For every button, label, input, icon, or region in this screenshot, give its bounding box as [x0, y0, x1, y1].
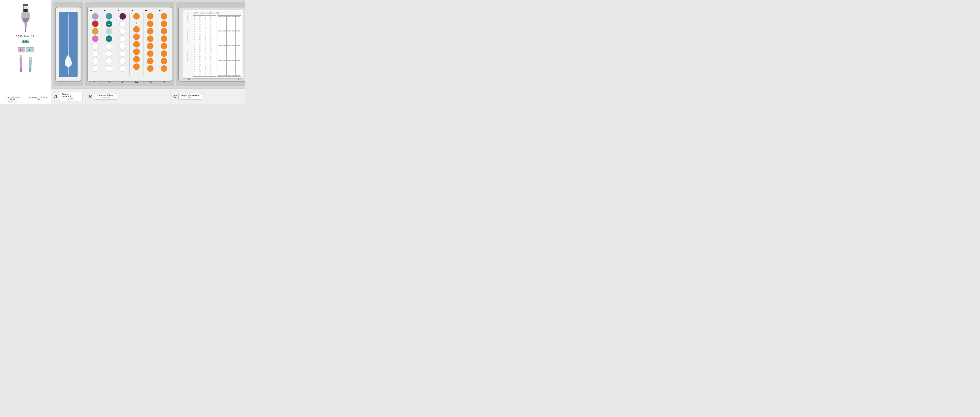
tube-column-b5: B5: [145, 9, 156, 79]
well-b6-3: [161, 28, 167, 35]
zone-c-volume: 25 µl: [188, 96, 192, 99]
well-b6-4: [161, 35, 167, 42]
jess-inner: for(let i=0;i<96;i++) document.write('<d…: [183, 10, 243, 79]
well-b3-2: [119, 21, 126, 27]
jess-label-c2: C2: [238, 78, 240, 80]
col-label-b3: B3: [121, 81, 124, 83]
tips-illustration: [19, 55, 33, 72]
jess-dot-16: [187, 43, 188, 45]
chip-icon: [21, 39, 30, 45]
svg-rect-10: [23, 40, 24, 43]
bottom-bar: A Source - Reservoir 25 ml B Source - Tu…: [51, 89, 245, 104]
zone-a-volume: 25 ml: [68, 98, 73, 100]
zone-b-letter: B: [88, 94, 92, 99]
well-b6-8: [161, 65, 167, 72]
tube-column-b3: B3: [117, 9, 129, 79]
zone-c-letter: C: [173, 94, 177, 99]
tube-column-b1: B1: [89, 9, 101, 79]
col-label-b4: B4: [135, 81, 138, 83]
well-b4-6: [133, 48, 140, 55]
jess-dot-9: [187, 29, 188, 30]
zone-b-label: B Source - Tubes 2000 µl: [86, 89, 170, 104]
tip-boxes: 1A 2: [18, 47, 33, 53]
well-b6-5: [161, 43, 167, 49]
jess-dot-23: [187, 58, 188, 60]
tube-dot-b2: [104, 10, 105, 11]
zone-c: for(let i=0;i<96;i++) document.write('<d…: [176, 2, 245, 86]
reservoir-card: [56, 7, 81, 81]
tip-box-2: 2: [26, 47, 33, 53]
well-b5-4: [147, 35, 153, 42]
well-b1-4: [92, 35, 99, 42]
jess-dot-10: [187, 31, 188, 33]
well-b1-6: [92, 50, 99, 57]
tip-label-right: 300 µl GRIPTIPS®, Sterile, Filter: [29, 96, 48, 102]
well-b1-1: [92, 13, 99, 19]
col-label-b6: B6: [162, 81, 165, 83]
tube-column-b4: ↓ B4: [130, 9, 142, 79]
well-b5-2: [147, 21, 153, 27]
svg-rect-13: [19, 55, 22, 57]
well-b5-1: [147, 13, 153, 19]
svg-rect-5: [22, 18, 29, 21]
well-b3-5: [119, 43, 126, 49]
well-b4-8: [133, 64, 140, 70]
well-b3-3: [119, 28, 126, 35]
well-b2-1: 1: [106, 13, 112, 19]
tubes-container: B1 1 1 2 2 B2: [87, 7, 172, 81]
well-b1-5: [92, 43, 99, 49]
well-b3-6: [119, 50, 126, 57]
svg-rect-6: [23, 21, 28, 22]
pipette-area: D-ONE - 300µl - 1CH 1A 2: [0, 0, 51, 72]
well-b6-2: [161, 21, 167, 27]
tube-dot-b3: [118, 10, 119, 11]
svg-marker-14: [19, 57, 22, 68]
well-b5-3: [147, 28, 153, 35]
well-b3-8: [119, 65, 126, 72]
well-b4-3: [133, 26, 140, 33]
jess-dot-5: [187, 21, 188, 22]
well-b6-1: [161, 13, 167, 19]
svg-rect-1: [24, 6, 28, 9]
pipette-label: D-ONE - 300µl - 1CH: [16, 35, 35, 37]
col-label-b5: B5: [149, 81, 152, 83]
well-b4-4: [133, 33, 140, 40]
well-b5-5: [147, 43, 153, 49]
zone-b-volume: 2000 µl: [102, 96, 109, 99]
jess-dot-22: [187, 56, 188, 58]
jess-card: for(let i=0;i<96;i++) document.write('<d…: [178, 7, 245, 81]
zone-a: [54, 2, 83, 86]
pipette-illustration: [16, 4, 35, 34]
svg-marker-18: [29, 68, 32, 72]
zone-b-name: Source - Tubes: [98, 94, 113, 96]
tube-dot-b5: [145, 10, 147, 11]
tube-column-b2: 1 1 2 2 B2: [103, 9, 115, 79]
jess-dot-19: [187, 50, 188, 51]
well-b2-6: [106, 50, 112, 57]
tube-dot-b6: [159, 10, 161, 11]
well-b4-7: [133, 56, 140, 62]
jess-dot-17: [187, 46, 188, 47]
svg-rect-11: [25, 40, 25, 43]
jess-dot-24: [187, 60, 188, 62]
well-b2-3: 2: [106, 28, 112, 35]
well-b2-2: 1: [106, 21, 112, 27]
well-b1-2: [92, 21, 99, 27]
zone-c-name: Target - Jess plate: [181, 94, 199, 96]
well-b4-1: [133, 13, 140, 19]
svg-marker-7: [24, 22, 27, 29]
well-b3-7: [119, 58, 126, 64]
jess-dot-4: [187, 18, 188, 20]
tip-labels-row: 12.5 µl GRIPTIPS®, LONG, Sterile, Filter…: [0, 96, 51, 102]
jess-dot-7: [187, 25, 188, 26]
well-b6-6: [161, 50, 167, 57]
jess-dot-21: [187, 54, 188, 56]
left-panel: D-ONE - 300µl - 1CH 1A 2: [0, 0, 51, 104]
jess-dot-14: [187, 39, 188, 41]
well-b5-7: [147, 58, 153, 64]
jess-dot-3: [187, 16, 188, 18]
jess-dot-1: [187, 12, 188, 14]
jess-dot-15: [187, 41, 188, 43]
jess-dot-13: [187, 37, 188, 39]
jess-dot-18: [187, 48, 188, 49]
